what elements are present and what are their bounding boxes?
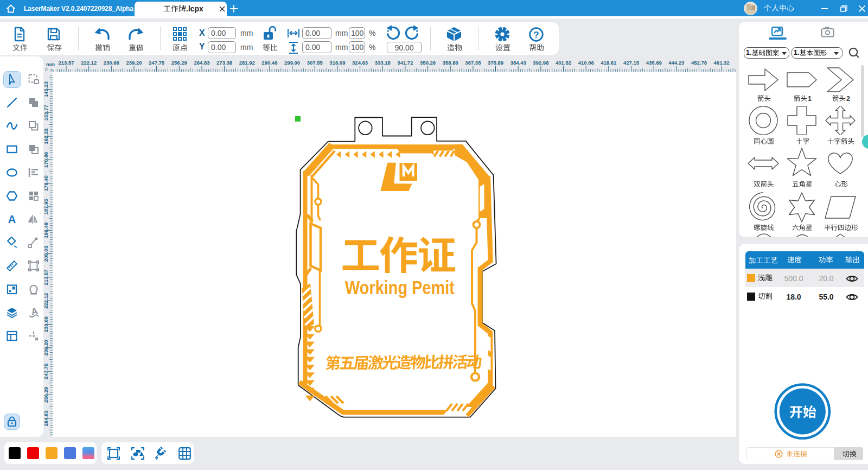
svg-text:Working Pemit: Working Pemit <box>345 277 455 298</box>
svg-text:384.43: 384.43 <box>510 60 526 66</box>
svg-text:444.23: 444.23 <box>668 60 684 66</box>
svg-text:410.06: 410.06 <box>578 60 594 66</box>
svg-text:247.75: 247.75 <box>149 60 165 66</box>
svg-text:222.12: 222.12 <box>81 60 97 66</box>
svg-text:401.52: 401.52 <box>556 60 571 66</box>
svg-text:392.98: 392.98 <box>533 60 548 66</box>
svg-text:427.15: 427.15 <box>623 60 640 66</box>
svg-text:281.92: 281.92 <box>239 60 255 66</box>
svg-text:333.18: 333.18 <box>375 60 391 66</box>
svg-text:316.09: 316.09 <box>329 60 345 66</box>
svg-text:264.83: 264.83 <box>194 60 209 66</box>
svg-text:mm: mm <box>46 62 55 67</box>
svg-text:299.00: 299.00 <box>284 60 300 66</box>
svg-text:324.63: 324.63 <box>352 60 368 66</box>
svg-text:290.46: 290.46 <box>261 60 277 66</box>
svg-text:?: ? <box>533 30 539 40</box>
svg-text:273.38: 273.38 <box>216 60 232 66</box>
svg-text:230.66: 230.66 <box>104 60 119 66</box>
svg-text:213.57: 213.57 <box>58 60 74 66</box>
svg-text:358.80: 358.80 <box>443 60 458 66</box>
svg-text:452.78: 452.78 <box>691 60 707 66</box>
svg-text:461.32: 461.32 <box>714 60 730 66</box>
svg-text:375.89: 375.89 <box>488 60 503 66</box>
svg-text:367.35: 367.35 <box>465 60 481 66</box>
svg-text:256.29: 256.29 <box>171 60 187 66</box>
svg-text:350.26: 350.26 <box>420 60 436 66</box>
svg-text:A: A <box>8 213 16 225</box>
svg-text:341.72: 341.72 <box>397 60 413 66</box>
svg-text:239.20: 239.20 <box>126 60 142 66</box>
svg-text:307.55: 307.55 <box>307 60 323 66</box>
svg-text:435.69: 435.69 <box>646 60 662 66</box>
svg-text:418.61: 418.61 <box>601 60 617 66</box>
